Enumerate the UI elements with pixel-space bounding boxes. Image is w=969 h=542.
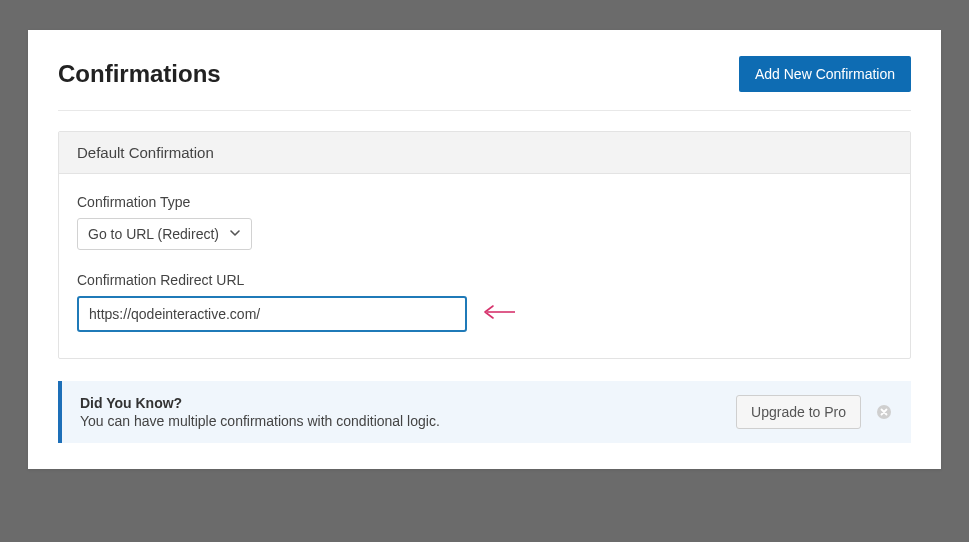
close-icon[interactable]: [875, 403, 893, 421]
url-row: [77, 296, 892, 332]
header-row: Confirmations Add New Confirmation: [58, 56, 911, 111]
notice-actions: Upgrade to Pro: [736, 395, 893, 429]
confirmation-type-label: Confirmation Type: [77, 194, 892, 210]
add-new-confirmation-button[interactable]: Add New Confirmation: [739, 56, 911, 92]
settings-panel: Confirmations Add New Confirmation Defau…: [28, 30, 941, 469]
notice-body: You can have multiple confirmations with…: [80, 413, 440, 429]
card-header: Default Confirmation: [59, 132, 910, 174]
notice-text: Did You Know? You can have multiple conf…: [80, 395, 440, 429]
card-body: Confirmation Type Go to URL (Redirect) C…: [59, 174, 910, 358]
confirmation-type-select[interactable]: Go to URL (Redirect): [77, 218, 252, 250]
upgrade-notice: Did You Know? You can have multiple conf…: [58, 381, 911, 443]
upgrade-to-pro-button[interactable]: Upgrade to Pro: [736, 395, 861, 429]
confirmation-card: Default Confirmation Confirmation Type G…: [58, 131, 911, 359]
redirect-url-input[interactable]: [77, 296, 467, 332]
arrow-left-icon: [481, 303, 517, 325]
confirmation-type-group: Confirmation Type Go to URL (Redirect): [77, 194, 892, 250]
page-title: Confirmations: [58, 60, 221, 88]
redirect-url-group: Confirmation Redirect URL: [77, 272, 892, 332]
redirect-url-label: Confirmation Redirect URL: [77, 272, 892, 288]
chevron-down-icon: [229, 226, 241, 242]
confirmation-type-value: Go to URL (Redirect): [88, 226, 219, 242]
notice-title: Did You Know?: [80, 395, 440, 411]
